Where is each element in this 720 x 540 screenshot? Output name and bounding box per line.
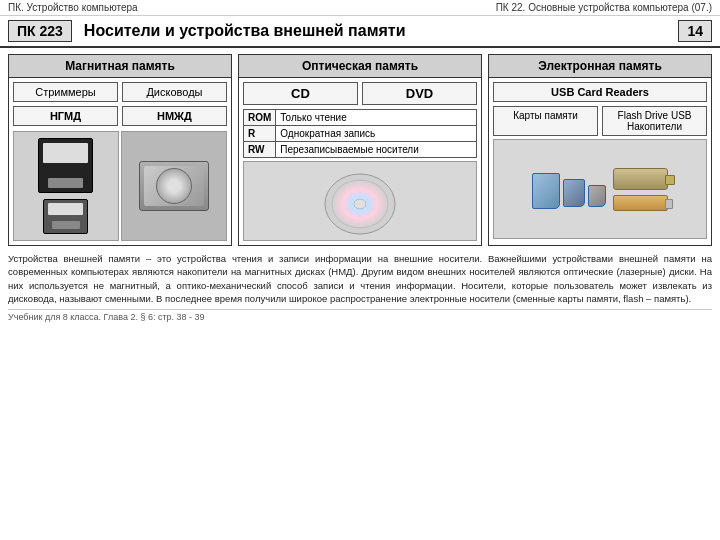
page-title: Носители и устройства внешней памяти [84, 22, 667, 40]
table-row-rw: RW Перезаписываемые носители [243, 142, 476, 158]
magnetic-section: Магнитная память Стриммеры Дисководы НГМ… [8, 54, 232, 246]
optical-section: Оптическая память CD DVD ROM Только чтен… [238, 54, 482, 246]
flash-drive-box: Flash Drive USB Накопители [602, 106, 707, 136]
dvd-type: DVD [362, 82, 477, 105]
r-code: R [243, 126, 275, 142]
page-number: 14 [678, 20, 712, 42]
usb-card-readers-label: USB Card Readers [493, 82, 707, 102]
rw-desc: Перезаписываемые носители [276, 142, 477, 158]
optical-header: Оптическая память [239, 55, 481, 78]
rom-desc: Только чтение [276, 110, 477, 126]
main-content: Магнитная память Стриммеры Дисководы НГМ… [0, 48, 720, 328]
sd-card-2 [563, 179, 585, 207]
top-bar-right: ПК 22. Основные устройства компьютера (0… [496, 2, 712, 13]
footer: Учебник для 8 класса. Глава 2. § 6: стр.… [8, 309, 712, 322]
electronic-section: Электронная память USB Card Readers Карт… [488, 54, 712, 246]
diskoved-box: Дисководы [122, 82, 227, 102]
floppy-image [13, 131, 119, 241]
electronic-header: Электронная память [489, 55, 711, 78]
top-bar-left: ПК. Устройство компьютера [8, 2, 138, 13]
usb-reader [613, 168, 668, 190]
nmzhd-box: НМЖД [122, 106, 227, 126]
streamer-box: Стриммеры [13, 82, 118, 102]
table-row-r: R Однократная запись [243, 126, 476, 142]
electronic-image [493, 139, 707, 239]
magnetic-header: Магнитная память [9, 55, 231, 78]
optical-body: CD DVD ROM Только чтение R Однократная з… [239, 78, 481, 245]
description: Устройства внешней памяти – это устройст… [8, 252, 712, 305]
r-desc: Однократная запись [276, 126, 477, 142]
sd-card-1 [532, 173, 560, 209]
cd-type: CD [243, 82, 358, 105]
cd-disc-svg [315, 164, 405, 239]
ngmd-box: НГМД [13, 106, 118, 126]
svg-point-2 [354, 199, 366, 209]
table-row-rom: ROM Только чтение [243, 110, 476, 126]
magnetic-images [13, 131, 227, 241]
header-row: ПК 223 Носители и устройства внешней пам… [0, 16, 720, 48]
optical-table: ROM Только чтение R Однократная запись R… [243, 109, 477, 158]
magnetic-body: Стриммеры Дисководы НГМД НМЖД [9, 78, 231, 245]
hdd-shape [139, 161, 209, 211]
cards-memory-box: Карты памяти [493, 106, 598, 136]
hdd-image [121, 131, 227, 241]
optical-image [243, 161, 477, 241]
electronic-body: USB Card Readers Карты памяти Flash Driv… [489, 78, 711, 243]
rom-code: ROM [243, 110, 275, 126]
floppy-disk-2 [43, 199, 88, 234]
usb-stick-1 [613, 195, 668, 211]
floppy-disk-1 [38, 138, 93, 193]
top-bar: ПК. Устройство компьютера ПК 22. Основны… [0, 0, 720, 16]
sd-card-3 [588, 185, 606, 207]
memory-sections: Магнитная память Стриммеры Дисководы НГМ… [8, 54, 712, 246]
pk-badge: ПК 223 [8, 20, 72, 42]
rw-code: RW [243, 142, 275, 158]
